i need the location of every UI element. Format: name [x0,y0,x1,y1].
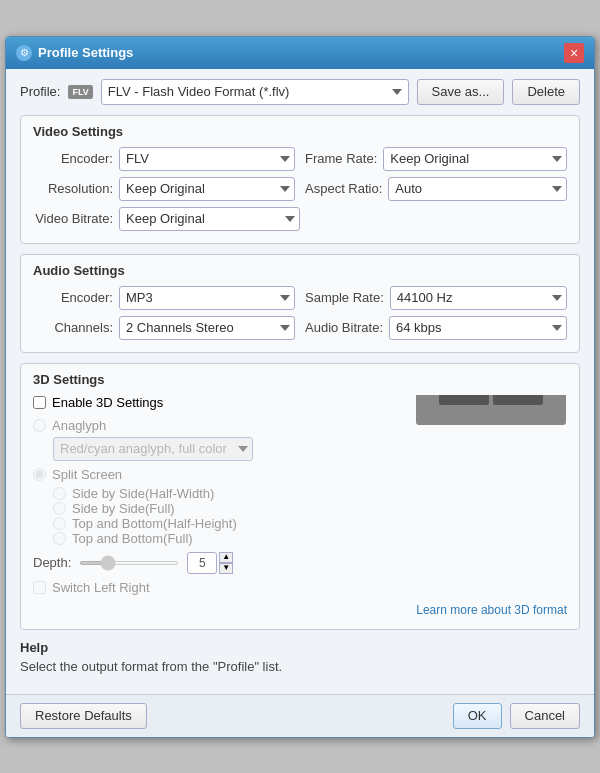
frame-rate-row: Frame Rate: Keep Original [305,147,567,171]
aspect-ratio-select[interactable]: Auto [388,177,567,201]
encoder-label: Encoder: [33,151,113,166]
title-bar-left: ⚙ Profile Settings [16,45,133,61]
split-screen-options: Side by Side(Half-Width) Side by Side(Fu… [33,486,402,546]
three-d-section: 3D Settings Enable 3D Settings Anaglyph [20,363,580,630]
audio-bitrate-select[interactable]: 64 kbps [389,316,567,340]
preview-letter-2: A [493,395,543,405]
audio-settings-section: Audio Settings Encoder: MP3 Sample Rate:… [20,254,580,353]
video-bitrate-row: Video Bitrate: Keep Original [33,207,300,231]
depth-slider[interactable] [79,561,179,565]
enable-3d-checkbox[interactable] [33,396,46,409]
frame-rate-label: Frame Rate: [305,151,377,166]
split-screen-group: Split Screen Side by Side(Half-Width) Si… [33,467,402,546]
aspect-ratio-row: Aspect Ratio: Auto [305,177,567,201]
depth-input[interactable] [187,552,217,574]
footer-right: OK Cancel [453,703,580,729]
top-bottom-full-label: Top and Bottom(Full) [72,531,193,546]
audio-settings-title: Audio Settings [33,263,567,278]
enable-3d-label: Enable 3D Settings [52,395,163,410]
depth-label: Depth: [33,555,71,570]
anaglyph-type-select[interactable]: Red/cyan anaglyph, full color [53,437,253,461]
depth-spinbox: ▲ ▼ [219,552,233,574]
audio-settings-grid: Encoder: MP3 Sample Rate: 44100 Hz Chann… [33,286,567,340]
top-bottom-full-radio[interactable] [53,532,66,545]
three-d-preview: A A [416,395,566,425]
anaglyph-group: Anaglyph Red/cyan anaglyph, full color [33,418,402,461]
depth-increment-button[interactable]: ▲ [219,552,233,563]
profile-select[interactable]: FLV - Flash Video Format (*.flv) [101,79,409,105]
window-title: Profile Settings [38,45,133,60]
profile-format-icon: FLV [68,85,92,99]
sample-rate-label: Sample Rate: [305,290,384,305]
channels-select[interactable]: 2 Channels Stereo [119,316,295,340]
channels-label: Channels: [33,320,113,335]
close-button[interactable]: × [564,43,584,63]
help-section: Help Select the output format from the "… [20,640,580,674]
learn-more-link[interactable]: Learn more about 3D format [416,603,567,617]
profile-label: Profile: [20,84,60,99]
anaglyph-select-row: Red/cyan anaglyph, full color [33,437,402,461]
video-settings-title: Video Settings [33,124,567,139]
window-icon: ⚙ [16,45,32,61]
help-text: Select the output format from the "Profi… [20,659,580,674]
sample-rate-select[interactable]: 44100 Hz [390,286,567,310]
help-title: Help [20,640,580,655]
video-settings-grid: Encoder: FLV Frame Rate: Keep Original R… [33,147,567,201]
top-bottom-half-label: Top and Bottom(Half-Height) [72,516,237,531]
split-screen-radio-row: Split Screen [33,467,402,482]
video-settings-section: Video Settings Encoder: FLV Frame Rate: … [20,115,580,244]
switch-left-right-label: Switch Left Right [52,580,150,595]
save-as-button[interactable]: Save as... [417,79,505,105]
split-screen-radio[interactable] [33,468,46,481]
anaglyph-label: Anaglyph [52,418,106,433]
split-screen-label: Split Screen [52,467,122,482]
preview-box: A A [416,395,566,425]
frame-rate-select[interactable]: Keep Original [383,147,567,171]
preview-letter-1: A [439,395,489,405]
footer: Restore Defaults OK Cancel [6,694,594,737]
side-by-side-full-row: Side by Side(Full) [53,501,402,516]
resolution-select[interactable]: Keep Original [119,177,295,201]
top-bottom-full-row: Top and Bottom(Full) [53,531,402,546]
ok-button[interactable]: OK [453,703,502,729]
switch-left-right-checkbox[interactable] [33,581,46,594]
video-bitrate-select[interactable]: Keep Original [119,207,300,231]
depth-value-box: ▲ ▼ [187,552,233,574]
preview-aa: A A [439,395,543,405]
channels-row: Channels: 2 Channels Stereo [33,316,295,340]
encoder-select[interactable]: FLV [119,147,295,171]
three-d-title: 3D Settings [33,372,567,387]
audio-encoder-row: Encoder: MP3 [33,286,295,310]
side-by-side-full-radio[interactable] [53,502,66,515]
resolution-row: Resolution: Keep Original [33,177,295,201]
three-d-inner: Enable 3D Settings Anaglyph Red/cyan ana… [33,395,567,617]
anaglyph-radio-row: Anaglyph [33,418,402,433]
audio-encoder-select[interactable]: MP3 [119,286,295,310]
audio-bitrate-label: Audio Bitrate: [305,320,383,335]
profile-row: Profile: FLV FLV - Flash Video Format (*… [20,79,580,105]
enable-3d-row: Enable 3D Settings [33,395,402,410]
switch-row: Switch Left Right [33,580,402,595]
audio-encoder-label: Encoder: [33,290,113,305]
title-bar: ⚙ Profile Settings × [6,37,594,69]
three-d-left: Enable 3D Settings Anaglyph Red/cyan ana… [33,395,402,595]
sample-rate-row: Sample Rate: 44100 Hz [305,286,567,310]
resolution-label: Resolution: [33,181,113,196]
main-content: Profile: FLV FLV - Flash Video Format (*… [6,69,594,694]
side-by-side-half-row: Side by Side(Half-Width) [53,486,402,501]
top-bottom-half-row: Top and Bottom(Half-Height) [53,516,402,531]
top-bottom-half-radio[interactable] [53,517,66,530]
depth-decrement-button[interactable]: ▼ [219,563,233,574]
audio-bitrate-row: Audio Bitrate: 64 kbps [305,316,567,340]
side-by-side-half-label: Side by Side(Half-Width) [72,486,214,501]
side-by-side-half-radio[interactable] [53,487,66,500]
cancel-button[interactable]: Cancel [510,703,580,729]
delete-button[interactable]: Delete [512,79,580,105]
encoder-row: Encoder: FLV [33,147,295,171]
profile-settings-window: ⚙ Profile Settings × Profile: FLV FLV - … [5,36,595,738]
aspect-ratio-label: Aspect Ratio: [305,181,382,196]
restore-defaults-button[interactable]: Restore Defaults [20,703,147,729]
side-by-side-full-label: Side by Side(Full) [72,501,175,516]
anaglyph-radio[interactable] [33,419,46,432]
depth-row: Depth: ▲ ▼ [33,552,402,574]
